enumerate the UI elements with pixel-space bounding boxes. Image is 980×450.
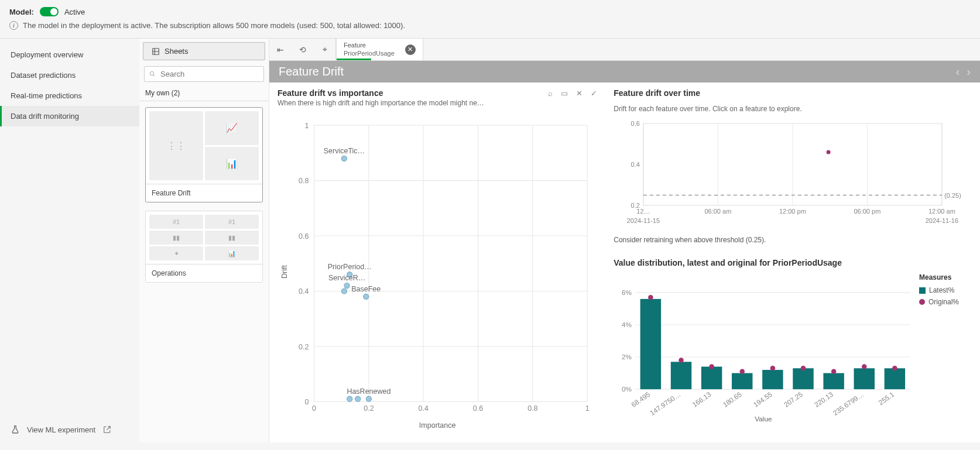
svg-point-90 bbox=[862, 364, 867, 369]
step-back-icon[interactable]: ⇤ bbox=[269, 39, 292, 60]
svg-text:235.6799…: 235.6799… bbox=[832, 390, 865, 417]
close-icon[interactable]: ✕ bbox=[405, 44, 416, 55]
bar-title: Value distribution, latest and original … bbox=[614, 258, 972, 267]
svg-point-78 bbox=[740, 369, 745, 375]
legend: Measures Latest% Original% bbox=[919, 273, 972, 437]
svg-text:Importance: Importance bbox=[419, 421, 456, 430]
svg-text:6%: 6% bbox=[622, 288, 632, 296]
svg-text:(0.25): (0.25) bbox=[944, 192, 961, 199]
svg-text:255.1: 255.1 bbox=[877, 390, 895, 406]
flask-icon bbox=[11, 425, 20, 434]
threshold-note: Consider retraining when above threshold… bbox=[614, 236, 972, 244]
svg-text:2024-11-16: 2024-11-16 bbox=[926, 217, 958, 224]
svg-text:0.4: 0.4 bbox=[631, 161, 640, 168]
svg-text:0.6: 0.6 bbox=[631, 120, 640, 127]
svg-text:12…: 12… bbox=[636, 208, 650, 215]
svg-point-27 bbox=[341, 156, 347, 161]
nav-item-data-drift-monitoring[interactable]: Data drift monitoring bbox=[0, 106, 139, 126]
svg-text:BaseFee: BaseFee bbox=[351, 285, 381, 293]
svg-text:0.6: 0.6 bbox=[299, 232, 309, 241]
svg-text:194.55: 194.55 bbox=[752, 390, 773, 408]
svg-rect-74 bbox=[701, 367, 722, 390]
confirm-icon[interactable]: ✓ bbox=[591, 89, 597, 98]
scatter-panel: Feature drift vs importance ⌕ ▭ ✕ ✓ When… bbox=[269, 83, 605, 442]
lasso-icon[interactable]: ⌕ bbox=[548, 89, 553, 98]
svg-text:ServiceR…: ServiceR… bbox=[328, 274, 365, 282]
scatter-chart[interactable]: 000.20.20.40.40.60.60.80.811ServiceTic…P… bbox=[277, 107, 597, 437]
svg-point-37 bbox=[347, 396, 352, 401]
nav-item-real-time-predictions[interactable]: Real-time predictions bbox=[0, 85, 139, 106]
nav-item-deployment-overview[interactable]: Deployment overview bbox=[0, 44, 139, 65]
svg-text:06:00 pm: 06:00 pm bbox=[854, 208, 881, 215]
svg-text:PriorPeriod…: PriorPeriod… bbox=[328, 263, 372, 271]
svg-point-1 bbox=[150, 71, 153, 75]
smart-search-icon[interactable]: ⌖ bbox=[314, 39, 336, 60]
svg-text:0.8: 0.8 bbox=[527, 404, 537, 413]
sheet-card-feature-drift[interactable]: ⋮⋮📈📊Feature Drift bbox=[145, 107, 263, 202]
info-text: The model in the deployment is active. T… bbox=[23, 21, 405, 30]
svg-text:0: 0 bbox=[312, 404, 316, 413]
svg-text:4%: 4% bbox=[622, 321, 632, 328]
clear-selection-icon[interactable]: ⟲ bbox=[292, 39, 314, 60]
active-toggle[interactable] bbox=[40, 7, 59, 16]
svg-text:1: 1 bbox=[585, 404, 590, 413]
svg-text:06:00 am: 06:00 am bbox=[705, 208, 732, 215]
svg-point-84 bbox=[801, 366, 806, 371]
svg-text:0.2: 0.2 bbox=[364, 404, 374, 413]
svg-point-32 bbox=[341, 288, 347, 294]
svg-rect-77 bbox=[732, 373, 752, 390]
sheets-panel: Sheets My own (2) ⋮⋮📈📊Feature Drift#1#1▮… bbox=[139, 39, 269, 442]
svg-rect-83 bbox=[793, 368, 814, 389]
select-icon[interactable]: ▭ bbox=[561, 89, 568, 98]
external-link-icon bbox=[102, 425, 112, 434]
search-icon bbox=[149, 70, 156, 78]
svg-text:0: 0 bbox=[305, 398, 309, 406]
svg-text:1: 1 bbox=[305, 122, 309, 130]
svg-rect-80 bbox=[762, 370, 783, 389]
nav-item-dataset-predictions[interactable]: Dataset predictions bbox=[0, 65, 139, 85]
svg-point-59 bbox=[827, 150, 831, 154]
timeline-subtitle: Drift for each feature over time. Click … bbox=[614, 105, 972, 113]
feature-tab-label: Feature bbox=[344, 42, 395, 49]
svg-text:ServiceTic…: ServiceTic… bbox=[324, 147, 365, 155]
svg-text:0%: 0% bbox=[622, 385, 632, 393]
sheets-icon bbox=[152, 47, 160, 56]
svg-point-72 bbox=[679, 358, 684, 363]
svg-text:HasRenewed: HasRenewed bbox=[347, 387, 390, 396]
sheets-button[interactable]: Sheets bbox=[143, 42, 265, 60]
model-label: Model: bbox=[9, 8, 34, 16]
info-icon: i bbox=[9, 21, 18, 30]
search-input[interactable] bbox=[160, 70, 259, 78]
svg-point-38 bbox=[355, 396, 361, 401]
svg-text:0.8: 0.8 bbox=[299, 177, 309, 185]
svg-point-34 bbox=[364, 294, 369, 299]
svg-rect-71 bbox=[671, 362, 691, 389]
sheets-tab[interactable]: My own (2) bbox=[139, 84, 269, 101]
cancel-icon[interactable]: ✕ bbox=[576, 89, 582, 98]
content-toolbar: ⇤ ⟲ ⌖ Feature PriorPeriodUsage ✕ bbox=[269, 39, 980, 61]
svg-text:12:00 pm: 12:00 pm bbox=[779, 208, 806, 215]
svg-text:68.495: 68.495 bbox=[630, 390, 652, 408]
svg-text:147.9750…: 147.9750… bbox=[649, 390, 682, 417]
svg-text:0.6: 0.6 bbox=[473, 404, 483, 413]
svg-point-81 bbox=[770, 366, 776, 371]
svg-text:207.25: 207.25 bbox=[783, 390, 804, 408]
svg-text:0.4: 0.4 bbox=[299, 287, 309, 296]
scatter-title: Feature drift vs importance bbox=[277, 88, 383, 98]
sheets-button-label: Sheets bbox=[165, 47, 188, 56]
svg-rect-86 bbox=[824, 373, 844, 390]
feature-filter-tab[interactable]: Feature PriorPeriodUsage ✕ bbox=[336, 39, 423, 60]
feature-tab-value: PriorPeriodUsage bbox=[344, 50, 395, 57]
svg-rect-89 bbox=[854, 368, 875, 389]
svg-text:2%: 2% bbox=[622, 353, 632, 360]
page-title: Feature Drift bbox=[279, 65, 344, 78]
timeline-chart[interactable]: 0.20.40.612…2024-11-1506:00 am12:00 pm06… bbox=[614, 119, 972, 230]
sheet-card-operations[interactable]: #1#1▮▮▮▮✦📊Operations bbox=[145, 211, 263, 283]
svg-text:220.13: 220.13 bbox=[813, 390, 835, 408]
next-sheet-icon[interactable]: › bbox=[967, 65, 971, 78]
search-box[interactable] bbox=[144, 66, 264, 82]
prev-sheet-icon[interactable]: ‹ bbox=[956, 65, 960, 78]
svg-point-87 bbox=[831, 369, 837, 375]
view-ml-experiment-link[interactable]: View ML experiment bbox=[0, 417, 139, 442]
bar-chart[interactable]: 0%2%4%6%68.495147.9750…166.13180.65194.5… bbox=[614, 273, 913, 437]
